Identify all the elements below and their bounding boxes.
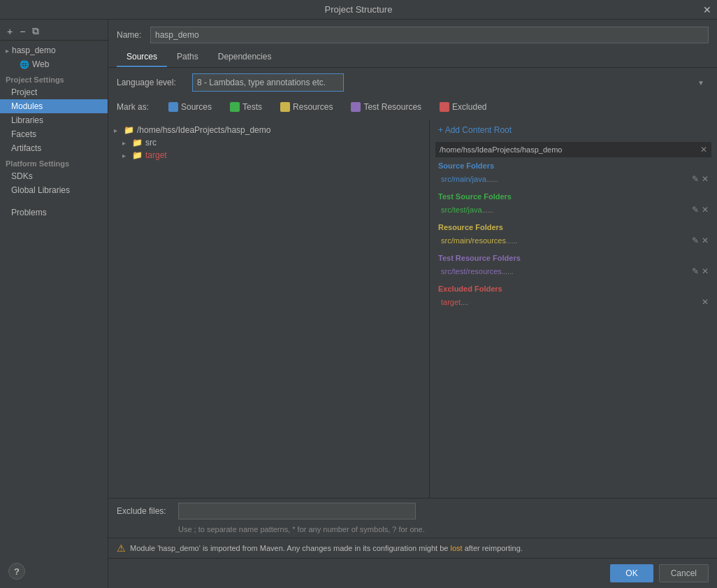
resource-folder-actions-0: ✎ ✕: [692, 236, 709, 245]
test-source-folder-path-0: src/test/java......: [441, 206, 692, 214]
tree-item-root[interactable]: ▸ 📁 /home/hss/IdeaProjects/hasp_demo: [108, 124, 429, 136]
warning-bar: ⚠ Module 'hasp_demo' is imported from Ma…: [108, 538, 717, 558]
test-resource-folder-actions-0: ✎ ✕: [692, 266, 709, 276]
mark-as-tests-label: Tests: [242, 102, 262, 112]
name-row: Name:: [108, 20, 717, 48]
sidebar-item-global-libraries[interactable]: Global Libraries: [0, 183, 108, 197]
tree-item-target[interactable]: ▸ 📁 target: [108, 149, 429, 162]
test-resource-folder-remove-icon[interactable]: ✕: [702, 266, 709, 276]
folder-icon-target: 📁: [132, 150, 143, 160]
bottom-buttons: OK Cancel: [108, 558, 717, 588]
root-path-header: /home/hss/IdeaProjects/hasp_demo ✕: [435, 142, 711, 157]
resource-folders-title: Resource Folders: [435, 222, 711, 233]
add-content-root-button[interactable]: + Add Content Root: [435, 124, 711, 136]
test-resource-folder-entry-0: src/test/resources...... ✎ ✕: [435, 265, 711, 278]
tree-item-src[interactable]: ▸ 📁 src: [108, 136, 429, 149]
test-source-folder-remove-icon[interactable]: ✕: [702, 205, 709, 215]
ok-button[interactable]: OK: [610, 564, 653, 582]
lang-level-select[interactable]: 8 - Lambdas, type annotations etc.: [192, 73, 344, 92]
mark-as-tests-button[interactable]: Tests: [224, 100, 268, 114]
mark-as-row: Mark as: Sources Tests Resources Test Re…: [108, 97, 717, 117]
web-node[interactable]: 🌐 Web: [0, 57, 108, 71]
dialog-title: Project Structure: [325, 4, 393, 15]
sidebar-item-sdks[interactable]: SDKs: [0, 169, 108, 183]
sidebar-item-project[interactable]: Project: [0, 85, 108, 99]
tab-dependencies[interactable]: Dependencies: [208, 48, 282, 67]
test-resource-folders-section: Test Resource Folders src/test/resources…: [435, 252, 711, 278]
mark-as-resources-button[interactable]: Resources: [275, 100, 338, 114]
project-node-label: hasp_demo: [12, 45, 56, 55]
resource-folder-entry-0: src/main/resources...... ✎ ✕: [435, 234, 711, 247]
tabs-row: Sources Paths Dependencies: [108, 48, 717, 68]
test-source-folders-title: Test Source Folders: [435, 191, 711, 202]
folder-icon-src: 📁: [132, 138, 143, 148]
target-arrow-icon: ▸: [122, 152, 129, 159]
web-node-label: Web: [32, 59, 49, 69]
add-module-button[interactable]: +: [6, 26, 14, 37]
source-folders-section: Source Folders src/main/java...... ✎ ✕: [435, 160, 711, 185]
dialog-body: + − ⧉ ▸ hasp_demo 🌐 Web Project Settings…: [0, 20, 717, 588]
mark-as-excluded-button[interactable]: Excluded: [434, 100, 492, 114]
tests-color-icon: [230, 102, 240, 112]
mark-as-label: Mark as:: [117, 102, 156, 112]
warning-text: Module 'hasp_demo' is imported from Mave…: [130, 544, 523, 552]
name-input[interactable]: [150, 27, 709, 43]
sidebar-item-label-problems: Problems: [11, 208, 47, 217]
root-arrow-icon: ▸: [114, 127, 121, 134]
resource-folder-edit-icon[interactable]: ✎: [692, 236, 699, 245]
excluded-folders-section: Excluded Folders target.... ✕: [435, 283, 711, 308]
roots-pane: + Add Content Root /home/hss/IdeaProject…: [430, 120, 717, 498]
test-resource-folders-title: Test Resource Folders: [435, 252, 711, 264]
close-button[interactable]: ✕: [703, 4, 711, 15]
sidebar-item-problems[interactable]: Problems: [0, 206, 108, 220]
cancel-button[interactable]: Cancel: [659, 564, 709, 582]
copy-module-button[interactable]: ⧉: [31, 25, 41, 37]
sidebar: + − ⧉ ▸ hasp_demo 🌐 Web Project Settings…: [0, 20, 108, 588]
test-resource-folder-path-0: src/test/resources......: [441, 267, 692, 275]
sidebar-item-label-global-libraries: Global Libraries: [11, 185, 70, 195]
sidebar-item-facets[interactable]: Facets: [0, 127, 108, 141]
project-settings-section: Project Settings: [0, 71, 108, 85]
exclude-files-hint: Use ; to separate name patterns, * for a…: [108, 524, 717, 538]
platform-settings-section: Platform Settings: [0, 155, 108, 169]
project-arrow: ▸: [6, 47, 9, 55]
project-node[interactable]: ▸ hasp_demo: [0, 43, 108, 57]
resource-folder-remove-icon[interactable]: ✕: [702, 236, 709, 245]
tree-target-label: target: [145, 150, 167, 160]
src-arrow-icon: ▸: [122, 139, 129, 147]
exclude-files-input[interactable]: [178, 503, 416, 519]
excluded-folder-remove-icon[interactable]: ✕: [702, 297, 709, 307]
content-wrapper: Name: Sources Paths Dependencies Languag…: [108, 20, 717, 538]
test-resource-folder-edit-icon[interactable]: ✎: [692, 266, 699, 276]
web-icon: 🌐: [20, 60, 29, 69]
name-label: Name:: [117, 30, 145, 40]
sidebar-item-modules[interactable]: Modules: [0, 99, 108, 113]
remove-module-button[interactable]: −: [18, 26, 27, 37]
sidebar-item-libraries[interactable]: Libraries: [0, 113, 108, 127]
sidebar-item-artifacts[interactable]: Artifacts: [0, 141, 108, 155]
sidebar-item-label-artifacts: Artifacts: [11, 143, 41, 153]
lang-level-row: Language level: 8 - Lambdas, type annota…: [108, 68, 717, 97]
lang-select-wrapper: 8 - Lambdas, type annotations etc.: [192, 73, 709, 92]
excluded-folder-entry-0: target.... ✕: [435, 296, 711, 308]
warning-icon: ⚠: [117, 543, 126, 554]
tree-root-label: /home/hss/IdeaProjects/hasp_demo: [137, 125, 270, 135]
resource-folder-path-0: src/main/resources......: [441, 236, 692, 245]
sidebar-item-label-project: Project: [11, 87, 37, 97]
test-source-folder-edit-icon[interactable]: ✎: [692, 205, 699, 215]
resources-color-icon: [280, 102, 290, 112]
test-source-folders-section: Test Source Folders src/test/java...... …: [435, 191, 711, 216]
help-icon: ?: [14, 566, 20, 577]
mark-as-test-resources-label: Test Resources: [363, 102, 421, 112]
source-folder-edit-icon[interactable]: ✎: [692, 174, 699, 184]
mark-as-sources-button[interactable]: Sources: [163, 100, 217, 114]
tab-sources[interactable]: Sources: [117, 48, 167, 67]
source-folder-remove-icon[interactable]: ✕: [702, 174, 709, 184]
root-close-button[interactable]: ✕: [700, 145, 707, 155]
folder-icon-root: 📁: [124, 125, 134, 135]
source-folder-actions-0: ✎ ✕: [692, 174, 709, 184]
lang-level-label: Language level:: [117, 78, 187, 87]
tab-paths[interactable]: Paths: [167, 48, 208, 67]
mark-as-test-resources-button[interactable]: Test Resources: [345, 100, 427, 114]
help-button[interactable]: ?: [8, 563, 25, 580]
